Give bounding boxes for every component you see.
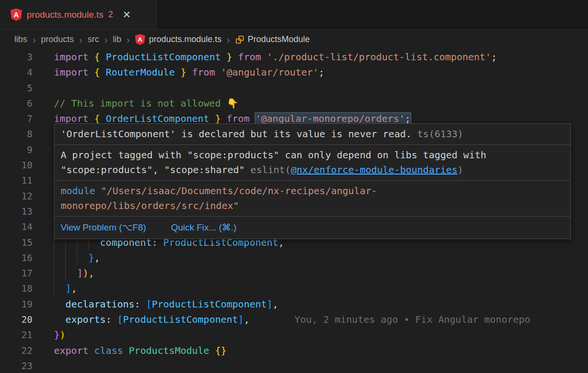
code-line-content[interactable]: }, [32,250,588,265]
line-number[interactable]: 10 [0,157,32,173]
code-line-content[interactable]: // This import is not allowed 👇 [32,96,588,111]
code-line-content[interactable]: import { RouterModule } from '@angular/r… [32,65,588,80]
chevron-right-icon: › [227,35,230,44]
breadcrumb-item-label: products.module.ts [149,34,222,44]
code-token [54,298,65,310]
code-line: 4import { RouterModule } from '@angular/… [0,65,588,80]
code-token: from [232,51,267,63]
breadcrumb-item-libs[interactable]: libs [14,34,27,44]
view-problem-button[interactable]: View Problem (⌥F8) [61,220,146,235]
hover-popup: 'OrderListComponent' is declared but its… [54,123,571,239]
code-token: // This import is not allowed [54,98,226,109]
code-token: exports [65,314,106,325]
line-number[interactable]: 21 [0,327,32,342]
ts-diagnostic-code: ts(6133) [417,128,463,140]
code-token: class [94,345,128,356]
code-line: 17 ]), [0,265,588,281]
code-line-content[interactable]: ]), [32,265,588,281]
breadcrumb-item-label: lib [113,34,121,44]
chevron-right-icon: › [32,35,36,44]
code-line-content[interactable]: import { ProductListComponent } from './… [32,49,588,65]
line-number[interactable]: 12 [0,188,32,204]
hover-module-info: module "/Users/isaac/Documents/code/nx-r… [54,181,570,217]
code-token: import [54,113,94,124]
code-token: { [94,51,106,63]
hover-eslint-diagnostic: A project tagged with "scope:products" c… [54,145,570,181]
breadcrumb-item-label: libs [14,34,27,44]
line-number[interactable]: 14 [0,219,32,234]
line-number[interactable]: 9 [0,142,32,157]
code-token: ] [77,267,83,279]
eslint-rule-link[interactable]: @nx/enforce-module-boundaries [291,164,458,176]
code-line-content[interactable] [32,80,588,96]
line-number[interactable]: 19 [0,296,32,312]
code-token: } [175,66,186,78]
line-number[interactable]: 13 [0,204,32,219]
line-number[interactable]: 22 [0,343,32,358]
line-number[interactable]: 11 [0,173,32,188]
code-line: 22export class ProductsModule {} [0,343,588,358]
tab-products-module-ts[interactable]: A products.module.ts 2 ✕ [0,0,157,29]
line-number[interactable]: 3 [0,49,32,65]
git-blame-annotation: You, 2 minutes ago • Fix Angular monorep… [294,314,530,325]
tab-title: products.module.ts [27,10,104,20]
code-line: 19 declarations: [ProductListComponent], [0,296,588,312]
code-line-content[interactable] [32,358,588,373]
code-token: : [135,298,146,310]
code-token: ; [405,113,411,124]
breadcrumb-item-src[interactable]: src [87,34,99,44]
hover-range-highlight: '@angular-monorepo/orders'; [255,113,410,124]
breadcrumb-item-products[interactable]: products [41,34,74,44]
chevron-right-icon: › [127,35,130,44]
code-line: 5 [0,80,588,96]
code-token [54,283,65,294]
quick-fix-button[interactable]: Quick Fix... (⌘.) [171,220,236,235]
code-token: [ [146,298,152,310]
module-keyword: module [61,185,95,197]
code-token: } [54,329,60,340]
code-token: './product-list/product-list.component' [267,51,492,63]
line-number[interactable]: 5 [0,80,32,96]
breadcrumb-item-productsmodule[interactable]: ProductsModule [235,34,310,44]
code-line-content[interactable]: declarations: [ProductListComponent], [32,296,588,312]
line-number[interactable]: 4 [0,65,32,80]
code-line-content[interactable]: export class ProductsModule {} [32,343,588,358]
code-line: 23 [0,358,588,373]
module-path: "/Users/isaac/Documents/code/nx-recipes/… [61,185,377,211]
code-token: { [94,66,106,78]
code-token: , [94,252,100,263]
angular-icon: A [11,9,22,21]
error-squiggle-range: import { OrderListComponent } from '@ang… [54,113,411,124]
code-token: RouterModule [106,66,175,78]
line-number[interactable]: 18 [0,281,32,296]
code-token: '@angular-monorepo/orders' [255,113,405,124]
breadcrumb-item-label: src [87,34,99,44]
indent-guide [65,250,66,265]
close-icon[interactable]: ✕ [123,9,131,21]
breadcrumb-item-lib[interactable]: lib [113,34,121,44]
code-line: 3import { ProductListComponent } from '.… [0,49,588,65]
code-token: {} [215,345,226,356]
indent-guide [65,265,66,281]
code-line-content[interactable]: exports: [ProductListComponent],You, 2 m… [32,312,588,327]
breadcrumb-item-products-module-ts[interactable]: Aproducts.module.ts [135,34,222,45]
line-number[interactable]: 15 [0,235,32,250]
code-token: ProductListComponent [123,314,238,325]
breadcrumb-item-label: ProductsModule [248,34,310,44]
line-number[interactable]: 23 [0,358,32,373]
code-line-content[interactable]: }) [32,327,588,342]
code-token: 👇 [226,98,238,109]
line-number[interactable]: 17 [0,265,32,281]
indent-guide [54,250,54,265]
line-number[interactable]: 6 [0,96,32,111]
code-token: import [54,51,94,63]
code-token: ProductListComponent [106,51,221,63]
angular-icon-letter: A [14,11,19,19]
line-number[interactable]: 20 [0,312,32,327]
line-number[interactable]: 8 [0,126,32,142]
code-token: ProductListComponent [152,298,267,310]
code-line-content[interactable]: ], [32,281,588,296]
code-line: 20 exports: [ProductListComponent],You, … [0,312,588,327]
line-number[interactable]: 7 [0,111,32,126]
line-number[interactable]: 16 [0,250,32,265]
